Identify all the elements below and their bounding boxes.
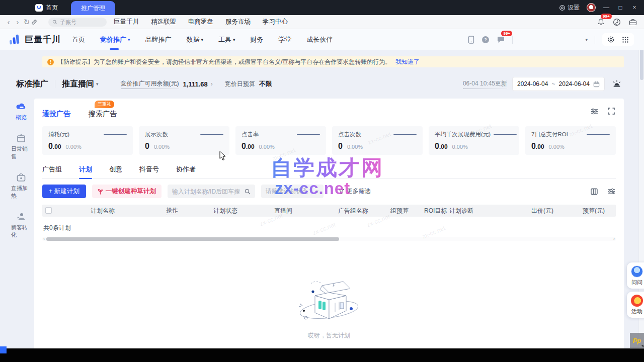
window-settings-button[interactable]: 设置 — [559, 4, 580, 12]
tab-douyin-account[interactable]: 抖音号 — [139, 165, 159, 174]
banner-dismiss-link[interactable]: 我知道了 — [395, 58, 420, 66]
stat-card-roi[interactable]: 7日总支付ROI 0.000.00% — [525, 126, 616, 155]
scroll-right-icon[interactable]: › — [613, 237, 615, 241]
col-plan-status[interactable]: 计划状态 — [213, 207, 237, 215]
metrics-settings-button[interactable] — [590, 107, 599, 116]
column-settings-button[interactable] — [590, 187, 599, 196]
nav-item-tools[interactable]: 工具▾ — [218, 35, 235, 44]
nav-item-home[interactable]: 首页 — [72, 35, 85, 44]
forward-icon[interactable]: › — [13, 18, 22, 26]
nav-item-bidding[interactable]: 竞价推广▾ — [100, 35, 130, 44]
bookmark-learn[interactable]: 学习中心 — [263, 18, 288, 26]
stat-card-cost[interactable]: 消耗(元) 0.000.00% — [42, 126, 133, 155]
stat-card-ctr[interactable]: 点击率 0.000.00% — [235, 126, 326, 155]
scroll-left-icon[interactable]: ‹ — [43, 237, 45, 241]
qianchuan-logo-icon — [8, 33, 21, 46]
col-budget[interactable]: 预算(元) — [583, 207, 605, 215]
horizontal-scrollbar[interactable]: ‹ › — [42, 237, 616, 241]
address-search-box[interactable] — [48, 18, 107, 27]
nav-item-partner[interactable]: 成长伙伴 — [307, 35, 333, 44]
col-plan-diagnosis[interactable]: 计划诊断 — [449, 207, 473, 215]
promo-type-dropdown[interactable]: 推直播间 ▾ — [62, 79, 99, 89]
tab-collaborator[interactable]: 协作者 — [176, 165, 196, 174]
bookmark-market[interactable]: 服务市场 — [225, 18, 251, 26]
chevron-down-icon: ▾ — [201, 37, 204, 42]
select-all-checkbox[interactable] — [45, 207, 52, 214]
plan-search-input[interactable] — [172, 188, 240, 195]
assistant-float-button[interactable]: 问问 — [627, 262, 644, 289]
sparkline — [200, 134, 223, 135]
settings-button[interactable] — [607, 36, 615, 43]
tab-creative[interactable]: 创意 — [109, 165, 122, 174]
table-settings-button[interactable] — [607, 187, 616, 196]
seed-plan-button[interactable]: 一键创建种草计划 — [92, 185, 162, 198]
gift-badge: 三重礼 — [95, 101, 114, 108]
refresh-icon[interactable]: ↻ — [22, 18, 31, 27]
col-plan-name[interactable]: 计划名称 — [91, 207, 115, 215]
stat-card-impressions[interactable]: 展示次数 00.00% — [139, 126, 229, 155]
col-actions[interactable]: 操作 — [166, 206, 178, 215]
scrollbar-thumb[interactable] — [46, 237, 339, 241]
window-tab-home[interactable]: 首页 — [35, 0, 58, 15]
alert-button[interactable] — [610, 77, 624, 91]
workbench-button[interactable] — [629, 19, 637, 26]
col-roi-target[interactable]: ROI目标 — [424, 207, 447, 215]
sidebar-item-daily-sales[interactable]: 日常销售 — [11, 133, 31, 160]
nav-utilities — [602, 33, 634, 46]
tab-ad-group[interactable]: 广告组 — [42, 165, 62, 174]
chevron-down-icon[interactable]: ▾ — [585, 37, 588, 42]
bookmark-qianchuan[interactable]: 巨量千川 — [114, 18, 139, 26]
tab-search-ads[interactable]: 搜索广告 — [89, 110, 117, 119]
plan-search-box[interactable] — [168, 185, 255, 198]
col-group-name[interactable]: 广告组名称 — [338, 207, 368, 215]
tab-feed-ads[interactable]: 通投广告 — [42, 110, 70, 119]
notifications-button[interactable]: 99+ — [597, 18, 605, 26]
link-icon[interactable] — [31, 19, 40, 25]
back-icon[interactable]: ‹ — [4, 18, 13, 26]
pp-widget[interactable]: Pp — [630, 333, 644, 348]
col-bid[interactable]: 出价(元) — [531, 207, 553, 215]
help-icon: ? — [481, 36, 490, 44]
brand-name: 巨量千川 — [25, 34, 61, 45]
brand[interactable]: 巨量千川 — [8, 34, 61, 46]
close-button[interactable]: × — [631, 4, 638, 11]
nav-item-data[interactable]: 数据▾ — [187, 35, 204, 44]
stat-card-cpm[interactable]: 平均千次展现费用(元) 0.000.00% — [429, 126, 519, 155]
chevron-right-icon[interactable]: › — [211, 80, 213, 87]
bookmark-jingxuan[interactable]: 精选联盟 — [151, 18, 176, 26]
message-badge: 99+ — [501, 31, 512, 36]
mobile-app-button[interactable] — [468, 36, 474, 44]
banner-text: 【防诈提示】为了您的账户和资金安全，请勿轻信非官方充值渠道，或假冒平台名义/宣称… — [57, 58, 391, 66]
taskbar-app-icon[interactable] — [0, 346, 7, 353]
window-tab-promotion[interactable]: 推广管理 — [71, 1, 115, 15]
messages-button[interactable]: 99+ — [497, 36, 505, 43]
user-avatar[interactable] — [587, 3, 596, 12]
tab-plan[interactable]: 计划 — [79, 165, 92, 174]
help-button[interactable]: ? — [481, 36, 490, 44]
nav-item-school[interactable]: 学堂 — [279, 35, 292, 44]
new-plan-button[interactable]: + 新建计划 — [42, 185, 86, 198]
activity-float-button[interactable]: 活动 — [627, 292, 644, 318]
col-live-room[interactable]: 直播间 — [274, 207, 292, 215]
nav-item-finance[interactable]: 财务 — [251, 35, 264, 44]
address-search-input[interactable] — [60, 19, 100, 25]
date-range-picker[interactable]: 2024-06-04 ~ 2024-06-04 — [512, 77, 605, 91]
minimize-button[interactable]: — — [603, 4, 610, 11]
col-group-budget[interactable]: 组预算 — [390, 207, 409, 215]
sidebar-item-new-customer[interactable]: 新客转化 — [11, 212, 31, 239]
customer-icon — [16, 212, 26, 222]
sidebar-item-live-heat[interactable]: 直播加热 — [11, 172, 31, 200]
fullscreen-button[interactable] — [607, 107, 616, 116]
gear-icon — [607, 36, 615, 43]
maximize-button[interactable]: □ — [617, 4, 624, 11]
more-filters-button[interactable]: 更多筛选 — [339, 187, 371, 196]
plan-status-select[interactable]: 请筛选计划状态 ∨ — [261, 185, 324, 198]
chevron-down-icon: ▾ — [96, 81, 99, 86]
bookmark-luopan[interactable]: 电商罗盘 — [188, 18, 213, 26]
apps-button[interactable] — [622, 36, 629, 43]
nav-item-brand[interactable]: 品牌推广 — [145, 35, 172, 44]
window-tab-home-label: 首页 — [46, 4, 58, 12]
stat-card-clicks[interactable]: 点击次数 00.00% — [332, 126, 423, 155]
assistant-button[interactable] — [613, 18, 621, 26]
sidebar-item-overview[interactable]: 概览 — [11, 102, 31, 121]
